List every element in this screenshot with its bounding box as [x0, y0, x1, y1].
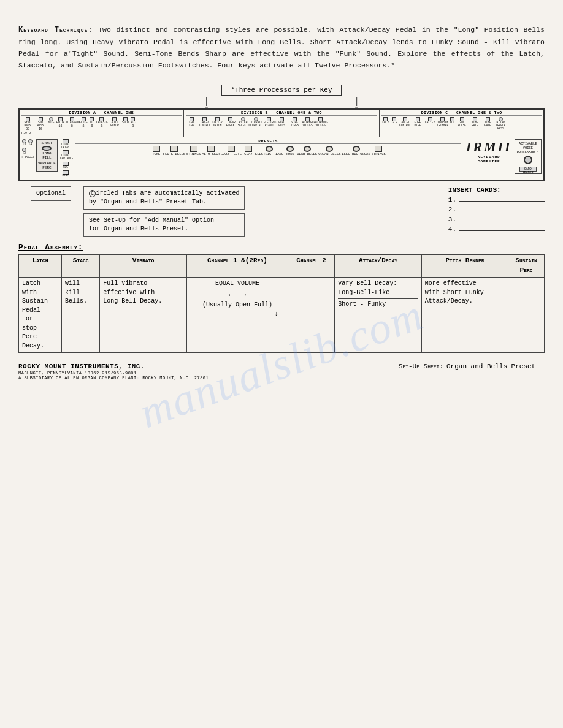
header-channel1: Channel 1 &(2Red)	[186, 255, 288, 278]
annotation-center-col: Circled Tabs are automatically activated…	[83, 186, 245, 237]
division-b-knobs: CH1 CH2 CH1-2 CONTROL CH 1-2 DETUN LINEA…	[186, 117, 378, 127]
pedal-table-header-row: Latch Stacc Vibrato Channel 1 &(2Red) Ch…	[19, 255, 545, 278]
insert-line-3: 3.	[448, 216, 545, 223]
cell-latch: Latch with Sustain Pedal -or- stop Perc …	[19, 278, 62, 353]
header-vibrato: Vibrato	[100, 255, 187, 278]
header-sustain-perc: Sustain Perc	[508, 255, 545, 278]
insert-cards-section: INSERT CARDS: 1. 2. 3. 4.	[448, 186, 545, 235]
page: manualslib.com Keyboard Technique: Two d…	[0, 0, 563, 728]
insert-blank-4	[459, 230, 545, 231]
pedal-assembly-title: Pedal Assembly:	[18, 243, 545, 252]
header-latch: Latch	[19, 255, 62, 278]
footer-setup-sheet: Set-Up Sheet: Organ and Bells Preset	[399, 363, 545, 371]
setup-sheet-label: Set-Up Sheet:	[399, 363, 443, 370]
division-a-knobs: SYNC BASS32 SUB BASS16 MUTE FLUTE16 DIAP…	[21, 117, 182, 131]
cell-channel2	[288, 278, 335, 353]
company-name: ROCKY MOUNT INSTRUMENTS, INC.	[18, 363, 145, 370]
setup-sheet-value: Organ and Bells Preset	[446, 363, 545, 371]
arrow-down-indicator: ↓	[190, 309, 285, 319]
insert-num-2: 2.	[448, 206, 456, 213]
pedal-table-data-row: Latch with Sustain Pedal -or- stop Perc …	[19, 278, 545, 353]
keyboard-technique-section: Keyboard Technique: Two distinct and con…	[18, 25, 545, 72]
header-pitch-bender: Pitch Bender	[421, 255, 508, 278]
cell-sustain-perc	[508, 278, 545, 353]
rmii-subtitle: KEYBOARDCOMPUTER	[478, 155, 500, 164]
cell-vibrato: Full Vibrato effective with Long Bell De…	[100, 278, 187, 353]
header-stacc: Stacc	[62, 255, 100, 278]
division-b-label: DIVISION B - CHANNEL ONE & TWO	[186, 111, 378, 116]
three-processors-label: *Three Processors per Key	[231, 86, 332, 94]
footer: ROCKY MOUNT INSTRUMENTS, INC. MACUNGIE, …	[18, 363, 545, 381]
controls-row: ○V ○4 ○A ○ PAGES SHORTLONG FILL VARIABLE…	[20, 137, 543, 181]
annotations-row: Optional Circled Tabs are automatically …	[18, 186, 545, 237]
divisions-row: DIVISION A - CHANNEL ONE SYNC BASS32 SUB…	[20, 110, 543, 137]
company-detail: MACUNGIE, PENNSYLVANIA 18062 215/965-980…	[18, 371, 209, 381]
division-b: DIVISION B - CHANNEL ONE & TWO CH1 CH2 C…	[184, 110, 380, 137]
insert-line-2: 2.	[448, 206, 545, 213]
pedal-assembly-section: Pedal Assembly: Latch Stacc Vibrato Chan…	[18, 243, 545, 353]
presets-section: PRESETS TONE FLUTE BELLS STRINGS ALTO SE…	[75, 139, 461, 156]
setup-text: See Set-Up for "Add Manual" Option for O…	[89, 217, 214, 232]
voice-processor: ACTIVABLEVOICEPROCESSOR 1 CARD READER	[515, 139, 542, 174]
usually-open-text: (Usually Open Full)	[190, 301, 285, 310]
instrument-panel: DIVISION A - CHANNEL ONE SYNC BASS32 SUB…	[18, 108, 545, 182]
equal-volume-text: EQUAL VOLUME	[190, 279, 285, 289]
division-a-label: DIVISION A - CHANNEL ONE	[21, 111, 182, 116]
insert-blank-1	[459, 201, 545, 202]
rmii-logo-section: IRMII KEYBOARDCOMPUTER	[466, 139, 512, 164]
keyboard-technique-text: Two distinct and contrasting styles are …	[18, 26, 545, 69]
pedal-table: Latch Stacc Vibrato Channel 1 &(2Red) Ch…	[18, 254, 545, 353]
rmii-logo: IRMII	[466, 139, 512, 155]
optional-label: Optional	[36, 190, 66, 197]
cell-attack-decay: Vary Bell Decay:Long-Bell-LikeShort - Fu…	[335, 278, 422, 353]
cell-pitch-bender: More effectivewith Short FunkyAttack/Dec…	[421, 278, 508, 353]
controls-left-section: ○V ○4 ○A ○ PAGES SHORTLONG FILL VARIABLE…	[21, 139, 72, 178]
three-processors-container: *Three Processors per Key	[18, 84, 545, 96]
division-a: DIVISION A - CHANNEL ONE SYNC BASS32 SUB…	[20, 110, 184, 137]
header-attack-decay: Attack/Decay	[335, 255, 422, 278]
keyboard-technique-title: Keyboard Technique:	[18, 26, 93, 34]
insert-line-4: 4.	[448, 226, 545, 233]
insert-num-3: 3.	[448, 216, 456, 223]
annotation-optional: Optional	[31, 186, 71, 201]
division-c-knobs: CH 2 CH 2 CANCEL CONTROL FORE PIPE CH 1-…	[381, 117, 542, 131]
insert-blank-3	[459, 221, 545, 221]
three-processors-box: *Three Processors per Key	[221, 85, 341, 96]
arrow-left-icon: ←	[229, 289, 234, 301]
arrow-right-icon: →	[241, 289, 246, 301]
processor-arrows: ▼ ▼	[18, 97, 545, 108]
annotation-setup: See Set-Up for "Add Manual" Option for O…	[83, 213, 245, 237]
insert-num-4: 4.	[448, 226, 456, 233]
footer-company: ROCKY MOUNT INSTRUMENTS, INC. MACUNGIE, …	[18, 363, 209, 381]
annotation-circled: Circled Tabs are automatically activated…	[83, 186, 245, 210]
division-c: DIVISION C - CHANNEL ONE & TWO CH 2 CH 2…	[380, 110, 543, 137]
insert-blank-2	[459, 211, 545, 211]
circled-text: Circled Tabs are automatically activated…	[89, 190, 239, 205]
header-channel2: Channel 2	[288, 255, 335, 278]
cell-stacc: Will kill Bells.	[62, 278, 100, 353]
insert-cards-label: INSERT CARDS:	[448, 186, 545, 194]
insert-num-1: 1.	[448, 196, 456, 203]
division-c-label: DIVISION C - CHANNEL ONE & TWO	[381, 111, 542, 116]
arrow-row: ← →	[190, 289, 285, 301]
sheet-line: Set-Up Sheet: Organ and Bells Preset	[399, 363, 545, 371]
cell-channel1: EQUAL VOLUME ← → (Usually Open Full) ↓	[186, 278, 288, 353]
insert-line-1: 1.	[448, 196, 545, 203]
